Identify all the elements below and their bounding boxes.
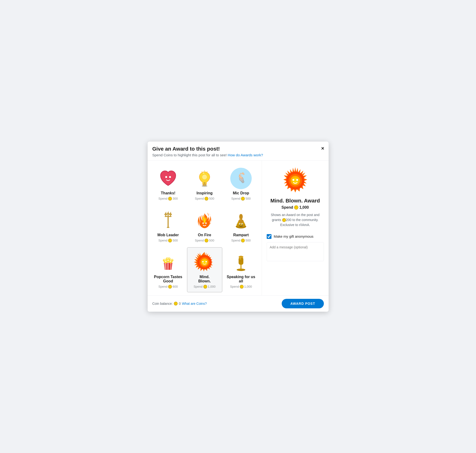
svg-point-38 (167, 260, 169, 261)
award-cost-inspiring: Spend C 500 (195, 197, 214, 201)
award-emoji-on-fire (194, 210, 215, 231)
coin-icon: C (168, 285, 172, 289)
coin-icon: C (168, 197, 172, 201)
modal-header: Give an Award to this post! Spend Coins … (148, 142, 329, 161)
award-name-mic-drop: Mic Drop (233, 191, 249, 195)
featured-award-cost: Spend C 1,000 (281, 205, 309, 210)
svg-point-59 (238, 256, 243, 258)
award-cost-thanks: Spend C 300 (158, 197, 178, 201)
coin-icon: C (203, 285, 207, 289)
award-name-mind-blown: Mind.Blown. (198, 275, 211, 283)
svg-point-66 (292, 179, 294, 181)
featured-award-name: Mind. Blown. Award (271, 198, 320, 204)
svg-point-4 (202, 175, 207, 179)
award-emoji-mob-leader (157, 210, 179, 231)
message-input[interactable] (267, 242, 324, 261)
svg-line-7 (202, 171, 202, 172)
award-item-inspiring[interactable]: Inspiring Spend C 500 (187, 163, 222, 204)
award-item-mic-drop[interactable]: Mic Drop Spend C 500 (223, 163, 259, 204)
award-item-thanks[interactable]: Thanks! Spend C 300 (151, 163, 186, 204)
award-cost-speaking: Spend C 1,000 (230, 285, 252, 289)
award-item-rampart[interactable]: Rampart Spend C 500 (223, 205, 259, 246)
award-name-inspiring: Inspiring (196, 191, 213, 195)
award-cost-mic-drop: Spend C 500 (231, 197, 251, 201)
award-cost-popcorn: Spend C 600 (158, 285, 178, 289)
award-item-speaking[interactable]: Speaking for us all Spend C 1,000 (223, 247, 259, 292)
svg-rect-11 (204, 183, 205, 184)
award-cost-on-fire: Spend C 500 (195, 239, 214, 242)
svg-point-60 (239, 257, 241, 260)
subtitle-text: Spend Coins to highlight this post for a… (152, 153, 227, 157)
svg-line-6 (207, 171, 207, 172)
svg-point-37 (165, 261, 166, 262)
coin-icon: C (205, 239, 208, 242)
svg-point-41 (167, 258, 168, 259)
coin-balance-label: Coin balance: (152, 302, 173, 305)
coin-icon: C (205, 197, 208, 201)
svg-point-29 (242, 224, 243, 224)
award-cost-rampart: Spend C 500 (231, 239, 251, 242)
coin-icon: C (241, 239, 245, 242)
awards-grid: Thanks! Spend C 300 (151, 163, 259, 292)
svg-rect-54 (238, 257, 243, 265)
award-item-mind-blown[interactable]: Mind.Blown. Spend C 1,000 (187, 247, 222, 292)
award-name-mob-leader: Mob Leader (157, 233, 179, 237)
svg-point-67 (296, 179, 298, 181)
anonymous-label: Make my gift anonymous (274, 234, 314, 238)
desc-coin-icon: C (282, 218, 286, 222)
award-emoji-mind-blown (194, 251, 215, 273)
modal-subtitle: Spend Coins to highlight this post for a… (152, 153, 324, 157)
modal-body: Thanks! Spend C 300 (148, 161, 329, 295)
award-modal: Give an Award to this post! Spend Coins … (148, 142, 329, 312)
svg-line-9 (200, 174, 201, 174)
coin-icon: C (168, 239, 172, 242)
svg-point-20 (205, 222, 207, 224)
award-name-thanks: Thanks! (161, 191, 175, 195)
svg-rect-53 (238, 269, 244, 270)
svg-point-1 (169, 176, 171, 178)
modal-footer: Coin balance: C 0 What are Coins? AWARD … (148, 295, 329, 312)
award-detail-section: Mind. Blown. Award Spend C 1,000 Shows a… (262, 161, 329, 295)
svg-point-0 (165, 176, 167, 178)
award-cost-mob-leader: Spend C 500 (158, 239, 178, 242)
svg-point-42 (169, 258, 170, 259)
featured-award-image (281, 166, 310, 195)
featured-cost-amount: 1,000 (299, 205, 309, 210)
spend-label: Spend (281, 205, 293, 210)
award-emoji-speaking (230, 251, 252, 273)
svg-point-49 (202, 261, 204, 262)
svg-point-40 (164, 259, 165, 260)
award-post-button[interactable]: AWARD POST (282, 299, 324, 308)
coin-balance: Coin balance: C 0 What are Coins? (152, 302, 207, 305)
award-emoji-inspiring (194, 168, 215, 189)
modal-title: Give an Award to this post! (152, 146, 324, 152)
svg-line-8 (208, 174, 209, 174)
svg-point-28 (240, 224, 240, 224)
what-are-coins-link[interactable]: What are Coins? (182, 302, 207, 305)
footer-coin-icon: C (174, 302, 178, 305)
svg-rect-10 (204, 182, 205, 183)
anonymous-checkbox[interactable] (267, 234, 271, 239)
svg-point-50 (205, 261, 207, 262)
coin-amount: 0 (179, 302, 181, 305)
svg-rect-3 (203, 184, 206, 186)
award-item-popcorn[interactable]: Popcorn Tastes Good Spend C 600 (151, 247, 186, 292)
svg-point-25 (239, 218, 241, 220)
svg-point-43 (172, 259, 173, 260)
featured-coin-icon: C (294, 205, 298, 210)
award-emoji-rampart (230, 210, 252, 231)
coin-icon: C (241, 197, 245, 201)
awards-help-link[interactable]: How do Awards work? (228, 153, 263, 157)
svg-point-39 (170, 261, 171, 262)
close-button[interactable]: × (321, 145, 324, 152)
award-emoji-mic-drop (230, 168, 252, 189)
awards-grid-section: Thanks! Spend C 300 (148, 161, 262, 295)
award-item-mob-leader[interactable]: Mob Leader Spend C 500 (151, 205, 186, 246)
award-cost-mind-blown: Spend C 1,000 (194, 285, 216, 289)
award-emoji-thanks (157, 168, 179, 189)
award-item-on-fire[interactable]: On Fire Spend C 500 (187, 205, 222, 246)
award-name-rampart: Rampart (233, 233, 249, 237)
featured-award-description: Shows an Award on the post and grants C2… (267, 212, 324, 227)
svg-point-19 (202, 222, 204, 224)
anonymous-row: Make my gift anonymous (267, 234, 324, 239)
